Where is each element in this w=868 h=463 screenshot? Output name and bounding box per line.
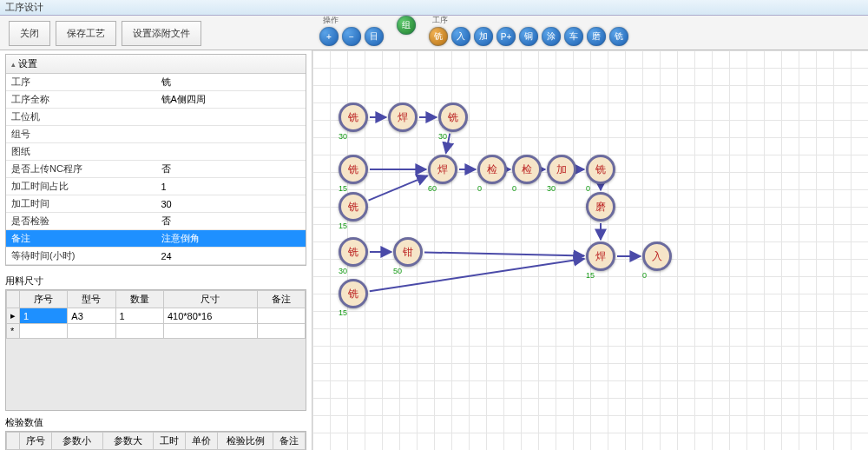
table-cell[interactable] [154,450,186,451]
node-tool-ops-row-2[interactable]: 目 [365,27,384,46]
table-row[interactable]: ▸1A31410*80*16 [7,308,306,324]
prop-value[interactable] [156,109,306,126]
graph-node-n4[interactable]: 铣 [339,155,368,184]
diagram-canvas[interactable]: 铣30焊铣30铣15焊60检0检0加30铣0铣15磨铣30钳50焊15入0铣15 [312,50,868,450]
graph-node-label: 30 [339,132,347,141]
table-cell[interactable] [273,450,305,451]
column-header[interactable]: 检验比例 [218,433,273,450]
graph-node-n16[interactable]: 铣 [339,279,368,308]
graph-node-n14[interactable]: 焊 [586,241,615,271]
graph-node-n9[interactable]: 铣 [586,155,615,184]
table-cell[interactable]: 320.200 [102,450,153,451]
settings-row[interactable]: 是否上传NC程序否 [6,161,306,178]
graph-node-n3[interactable]: 铣 [438,103,468,132]
prop-value[interactable]: 铣 [156,74,306,91]
graph-node-n1[interactable]: 铣 [339,103,368,132]
table-cell[interactable] [20,324,68,339]
table-cell[interactable]: 100 [218,450,273,451]
settings-row[interactable]: 加工时间30 [6,195,306,213]
column-header[interactable]: 参数大 [102,433,153,450]
table-row[interactable]: ▸1320.100320.200100 [7,450,306,451]
prop-value[interactable]: 注意倒角 [156,230,306,248]
settings-table[interactable]: 工序铣工序全称铣A侧四周工位机组号图纸是否上传NC程序否加工时间占比1加工时间3… [6,74,306,265]
column-header[interactable]: 备注 [273,433,305,450]
graph-node-n11[interactable]: 磨 [586,192,615,222]
table-cell[interactable] [163,324,257,339]
table-cell[interactable]: 410*80*16 [163,308,257,324]
prop-value[interactable]: 否 [156,161,306,178]
node-tool-gx-7[interactable]: 磨 [587,27,606,46]
settings-title: 设置 [6,55,306,74]
table-cell[interactable]: 320.100 [52,450,102,451]
column-header[interactable]: 序号 [20,291,68,308]
column-header[interactable]: 尺寸 [163,291,257,308]
prop-value[interactable]: 1 [156,178,306,195]
node-tool-ops-row-0[interactable]: + [319,27,339,46]
settings-row[interactable]: 工序铣 [6,74,306,91]
prop-value[interactable]: 铣A侧四周 [156,91,306,109]
new-row-cell[interactable]: * [7,324,20,339]
graph-node-n2[interactable]: 焊 [388,103,418,132]
material-title: 用料尺寸 [5,273,306,289]
settings-row[interactable]: 备注注意倒角 [6,230,306,248]
toolbar-group-gx: 工序 铣入加P+铜涂车磨铣 [429,15,628,46]
settings-row[interactable]: 图纸 [6,143,306,161]
title-bar: 工序设计 [0,0,868,16]
node-tool-comp-row-0[interactable]: 组 [397,16,416,35]
settings-row[interactable]: 组号 [6,126,306,143]
material-table[interactable]: 序号型号数量尺寸备注▸1A31410*80*16* [6,290,306,339]
graph-node-n7[interactable]: 检 [512,155,542,184]
table-cell[interactable]: 1 [20,308,68,324]
node-tool-gx-4[interactable]: 铜 [519,27,538,46]
settings-row[interactable]: 加工时间占比1 [6,178,306,195]
settings-row[interactable]: 是否检验否 [6,213,306,230]
prop-value[interactable]: 24 [156,248,306,265]
set-attachment-button[interactable]: 设置添附文件 [122,21,201,46]
column-header[interactable]: 备注 [257,291,305,308]
node-tool-gx-0[interactable]: 铣 [429,27,448,46]
row-header-cell[interactable]: ▸ [7,308,20,324]
column-header[interactable]: 单价 [186,433,218,450]
table-cell[interactable] [115,324,163,339]
close-button[interactable]: 关闭 [9,21,50,46]
prop-key: 是否上传NC程序 [6,161,156,178]
graph-node-label: 15 [339,184,347,193]
prop-value[interactable]: 否 [156,213,306,230]
table-cell[interactable] [257,308,305,324]
graph-node-n10[interactable]: 铣 [339,192,368,222]
node-tool-gx-8[interactable]: 铣 [609,27,628,46]
settings-row[interactable]: 工序全称铣A侧四周 [6,91,306,109]
table-cell[interactable] [257,324,305,339]
column-header[interactable]: 工时 [154,433,186,450]
table-cell[interactable] [186,450,218,451]
prop-value[interactable] [156,143,306,161]
prop-value[interactable]: 30 [156,195,306,213]
graph-node-n15[interactable]: 入 [642,241,672,271]
column-header[interactable]: 数量 [115,291,163,308]
graph-node-n5[interactable]: 焊 [428,155,457,184]
table-cell[interactable]: A3 [68,308,115,324]
graph-node-n6[interactable]: 检 [477,155,507,184]
column-header[interactable]: 型号 [68,291,115,308]
node-tool-ops-row-1[interactable]: − [342,27,361,46]
node-tool-gx-3[interactable]: P+ [496,27,516,46]
row-header-cell[interactable]: ▸ [7,450,20,451]
toolbar: 关闭 保存工艺 设置添附文件 操作 +−目 组 工序 铣入加P+铜涂车磨铣 [0,16,868,50]
settings-row[interactable]: 工位机 [6,109,306,126]
table-cell[interactable] [68,324,115,339]
prop-value[interactable] [156,126,306,143]
inspect-table[interactable]: 序号参数小参数大工时单价检验比例备注▸1320.100320.200100* [6,432,306,450]
table-cell[interactable]: 1 [115,308,163,324]
graph-node-n13[interactable]: 钳 [393,237,423,267]
table-cell[interactable]: 1 [20,450,52,451]
settings-row[interactable]: 等待时间(小时)24 [6,248,306,265]
graph-node-n12[interactable]: 铣 [339,237,368,267]
node-tool-gx-2[interactable]: 加 [474,27,493,46]
node-tool-gx-1[interactable]: 入 [451,27,470,46]
save-process-button[interactable]: 保存工艺 [56,21,116,46]
column-header[interactable]: 参数小 [52,433,102,450]
graph-node-n8[interactable]: 加 [547,155,576,184]
node-tool-gx-5[interactable]: 涂 [542,27,561,46]
column-header[interactable]: 序号 [20,433,52,450]
node-tool-gx-6[interactable]: 车 [564,27,583,46]
